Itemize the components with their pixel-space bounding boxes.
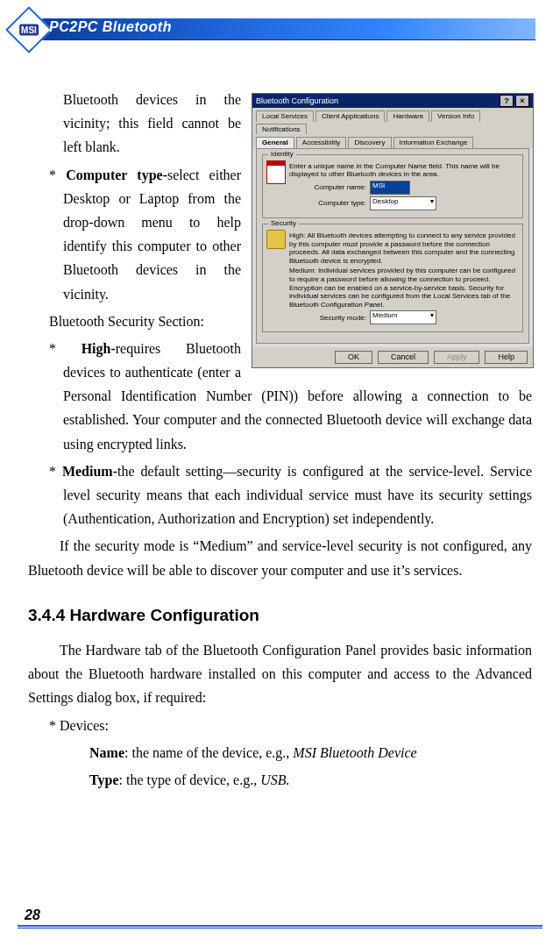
page-footer: 28 (18, 925, 542, 928)
window-body: Identity Enter a unique name in the Comp… (256, 148, 529, 345)
tabstrip-row2: General Accessibility Discovery Informat… (252, 134, 533, 148)
para-devices: * Devices: (28, 714, 532, 737)
cancel-button[interactable]: Cancel (378, 351, 429, 364)
page-header: MSI PC2PC Bluetooth (0, 16, 560, 42)
identity-legend: Identity (268, 150, 296, 159)
tabstrip-row1: Local Services Client Applications Hardw… (252, 108, 533, 134)
bullet-star: * (49, 341, 82, 356)
desc-type: : the type of device, e.g., (118, 772, 260, 787)
header-title: PC2PC Bluetooth (49, 19, 172, 35)
window-title: Bluetooth Configuration (256, 96, 338, 106)
ok-button[interactable]: OK (335, 351, 372, 364)
tab-version-info[interactable]: Version Info (431, 110, 480, 122)
identity-desc: Enter a unique name in the Computer Name… (289, 162, 517, 179)
tab-local-services[interactable]: Local Services (256, 110, 314, 122)
para-device-type: Type: the type of device, e.g., USB. (28, 768, 532, 792)
help-button[interactable]: Help (485, 351, 528, 364)
identity-group: Identity Enter a unique name in the Comp… (262, 154, 523, 218)
embedded-screenshot: Bluetooth Configuration ? × Local Servic… (252, 93, 532, 368)
security-high-desc: High: All Bluetooth devices attempting t… (289, 231, 517, 265)
desc-name: : the name of the device, e.g., (124, 745, 293, 760)
close-icon[interactable]: × (515, 95, 529, 107)
window-titlebar: Bluetooth Configuration ? × (252, 94, 533, 108)
section-heading-hardware: 3.4.4 Hardware Configuration (28, 601, 532, 629)
bullet-star: * (49, 464, 62, 479)
footer-rule-thick (18, 925, 542, 927)
tab-discovery[interactable]: Discovery (348, 137, 391, 148)
term-high: High- (82, 341, 116, 356)
tab-information-exchange[interactable]: Information Exchange (393, 137, 474, 148)
bluetooth-config-window: Bluetooth Configuration ? × Local Servic… (252, 93, 534, 368)
para-device-name: Name: the name of the device, e.g., MSI … (28, 741, 532, 765)
example-type: USB. (260, 772, 289, 787)
computer-name-input[interactable]: MSI (370, 181, 410, 195)
computer-type-select[interactable]: Desktop (370, 196, 436, 210)
security-mode-label: Security mode: (289, 314, 366, 323)
desc-medium: the default setting—security is configur… (63, 464, 532, 526)
msi-badge-text: MSI (19, 25, 39, 36)
apply-button[interactable]: Apply (434, 351, 480, 364)
para-hardware-intro: The Hardware tab of the Bluetooth Config… (0, 638, 560, 710)
desc-computer-type: select either Desktop or Laptop from the… (63, 167, 241, 302)
bullet-star: * (49, 167, 66, 182)
computer-type-label: Computer type: (289, 199, 366, 208)
term-type: Type (89, 772, 118, 787)
tab-client-applications[interactable]: Client Applications (315, 110, 385, 122)
help-icon[interactable]: ? (500, 95, 514, 107)
footer-rule-thin (18, 928, 542, 928)
tab-accessibility[interactable]: Accessibility (296, 137, 347, 148)
para-medium-note: If the security mode is “Medium” and ser… (0, 534, 560, 581)
lock-icon (266, 230, 286, 249)
msi-badge: MSI (5, 6, 53, 53)
tab-general[interactable]: General (256, 137, 294, 148)
term-computer-type: Computer type- (66, 167, 167, 182)
example-name: MSI Bluetooth Device (293, 745, 416, 760)
computer-name-label: Computer name: (289, 183, 366, 192)
security-legend: Security (268, 219, 299, 228)
security-medium-desc: Medium: Individual services provided by … (289, 267, 517, 309)
page-number: 28 (25, 907, 40, 923)
button-row: OK Cancel Apply Help (252, 347, 533, 367)
term-name: Name (89, 745, 124, 760)
security-mode-select[interactable]: Medium (370, 310, 436, 324)
page-body: Bluetooth Configuration ? × Local Servic… (28, 88, 532, 795)
id-card-icon (266, 160, 286, 184)
term-medium: Medium- (62, 464, 117, 479)
security-group: Security High: All Bluetooth devices att… (262, 224, 523, 332)
tab-notifications[interactable]: Notifications (256, 124, 307, 135)
tab-hardware[interactable]: Hardware (386, 110, 429, 122)
para-medium: * Medium-the default setting—security is… (28, 459, 532, 531)
